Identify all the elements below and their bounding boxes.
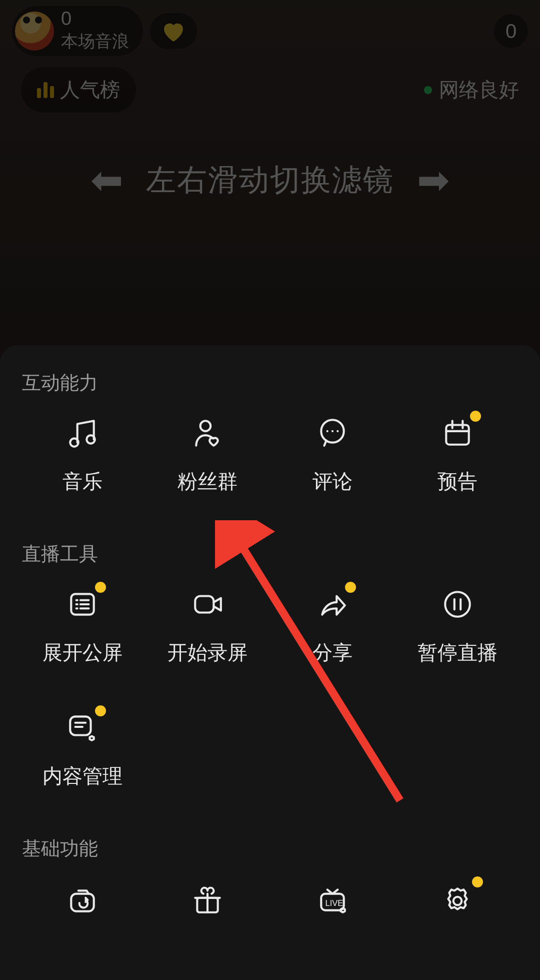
camera-switch-icon [63,881,102,920]
item-label: 音乐 [62,468,102,495]
svg-rect-6 [195,596,214,613]
comment-icon [315,416,350,451]
gift-icon [188,881,227,920]
item-label: 内容管理 [42,762,122,790]
live-settings-icon: LIVE [313,881,352,920]
item-comments[interactable]: 评论 [270,416,395,495]
tools-bottom-sheet: 互动能力 音乐 粉丝群 评论 预告 直 [0,345,540,980]
calendar-icon [440,416,475,451]
svg-point-13 [454,897,462,905]
item-label: 暂停直播 [418,639,498,666]
item-label: 预告 [438,468,478,495]
item-label: 开始录屏 [168,639,248,666]
list-panel-icon [65,587,100,622]
section-title-tools: 直播工具 [22,541,520,567]
item-content-manage[interactable]: 内容管理 [20,710,145,790]
item-schedule[interactable]: 预告 [395,416,520,495]
item-label: 粉丝群 [178,468,238,495]
notification-dot-icon [345,582,356,593]
item-expand-chat[interactable]: 展开公屏 [20,587,145,666]
content-manage-icon [65,710,100,745]
item-share[interactable]: 分享 [270,587,395,666]
basic-item-camera[interactable] [20,881,145,920]
svg-point-7 [445,592,470,617]
svg-text:LIVE: LIVE [326,898,344,907]
notification-dot-icon [470,411,481,422]
item-label: 展开公屏 [42,639,122,666]
item-fan-group[interactable]: 粉丝群 [145,416,270,495]
item-label: 评论 [312,468,352,495]
svg-point-2 [200,421,211,431]
pause-icon [440,587,475,622]
settings-icon [438,881,477,920]
section-title-interaction: 互动能力 [22,370,520,396]
notification-dot-icon [95,582,106,593]
music-icon [65,416,100,451]
item-record[interactable]: 开始录屏 [145,587,270,666]
svg-rect-4 [446,425,468,445]
basic-item-gift[interactable] [145,881,270,920]
share-icon [315,587,350,622]
basic-item-settings[interactable] [395,881,520,920]
fan-group-icon [190,416,225,451]
section-title-basic: 基础功能 [22,836,520,861]
basic-item-live[interactable]: LIVE [270,881,395,920]
svg-rect-9 [71,894,94,911]
notification-dot-icon [472,876,483,887]
notification-dot-icon [95,705,106,716]
item-music[interactable]: 音乐 [20,416,145,495]
item-label: 分享 [312,639,352,666]
record-icon [190,587,225,622]
item-pause-stream[interactable]: 暂停直播 [395,587,520,666]
